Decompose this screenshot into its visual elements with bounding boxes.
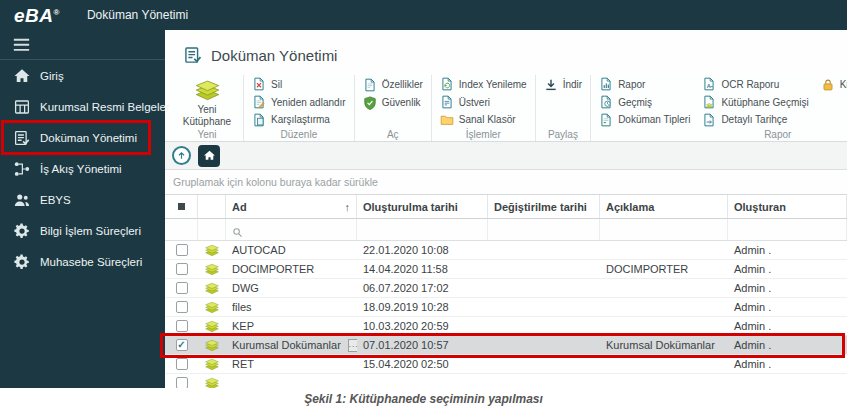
row-checkbox[interactable] xyxy=(176,339,188,351)
ribbon-button-detayli-tarihce[interactable]: Detaylı Tarihçe xyxy=(700,111,810,128)
ribbon-button-label: Doküman Tipleri xyxy=(618,114,690,125)
sidebar-item-label: Giriş xyxy=(40,70,64,82)
navigation-bar xyxy=(165,142,847,170)
cell-name: AUTOCAD xyxy=(226,244,357,256)
document-management-icon xyxy=(183,45,203,65)
name-filter-cell[interactable] xyxy=(226,219,357,240)
svg-text:A: A xyxy=(707,83,711,89)
row-checkbox[interactable] xyxy=(176,377,188,388)
row-checkbox[interactable] xyxy=(176,301,188,313)
ribbon-button-sanal-klasor[interactable]: Sanal Klasör xyxy=(438,111,529,128)
ribbon-button-label: Özellikler xyxy=(382,79,423,90)
detailed-history-icon xyxy=(702,113,716,127)
up-button[interactable] xyxy=(172,146,191,165)
sidebar-item-is-akis-yonetimi[interactable]: İş Akış Yönetimi xyxy=(0,153,165,184)
row-checkbox[interactable] xyxy=(176,244,188,256)
sidebar-item-ebys[interactable]: EBYS xyxy=(0,184,165,215)
ribbon-group-islemler: Index YenilemeÜstveriSanal Klasörİşlemle… xyxy=(432,75,536,141)
ribbon-button-label: Sanal Klasör xyxy=(459,114,516,125)
sidebar-item-kurumsal-resmi-belgeler[interactable]: Kurumsal Resmi Belgeler xyxy=(0,91,165,122)
library-stack-icon xyxy=(204,376,220,388)
row-more-button[interactable]: ... xyxy=(348,339,357,352)
main-content: Doküman Yönetimi Yeni KütüphaneYeniSilYe… xyxy=(165,30,847,388)
icon-column-header xyxy=(198,195,226,218)
ribbon-button-kutuphane-gecmisi[interactable]: Kütüphane Geçmişi xyxy=(700,94,810,111)
created-filter-cell[interactable] xyxy=(357,219,488,240)
ribbon-button-sil[interactable]: Sil xyxy=(250,76,348,93)
modified-filter-cell[interactable] xyxy=(488,219,600,240)
table-row-autocad[interactable]: AUTOCAD 22.01.2020 10:08 Admin . xyxy=(165,241,847,260)
rename-icon xyxy=(252,95,266,109)
sidebar-item-dokuman-yonetimi[interactable]: Doküman Yönetimi xyxy=(0,122,165,153)
ribbon-button-indir[interactable]: İndir xyxy=(542,76,584,93)
home-icon xyxy=(13,67,31,85)
sidebar-item-label: Bilgi İşlem Süreçleri xyxy=(40,225,141,237)
select-all-header[interactable] xyxy=(165,195,198,218)
row-checkbox[interactable] xyxy=(176,320,188,332)
ribbon-button-ocr-raporu[interactable]: AOCR Raporu xyxy=(700,76,810,93)
ribbon-button-dokuman-tipleri[interactable]: Doküman Tipleri xyxy=(597,111,692,128)
ribbon-button-rapor[interactable]: Rapor xyxy=(597,76,692,93)
cell-name: DWG xyxy=(226,282,357,294)
description-filter-cell[interactable] xyxy=(600,219,728,240)
cell-creator: Admin . xyxy=(728,339,847,351)
ribbon-button-label: Kütüphane Geçmişi xyxy=(721,97,808,108)
ribbon-button-kullanici-dm-yetki-raporu[interactable]: Kullanıcı-DM Yetki Raporu xyxy=(819,76,847,93)
library-name: files xyxy=(232,301,252,313)
ribbon-group-yeni: Yeni KütüphaneYeni xyxy=(171,75,244,141)
menu-toggle-button[interactable] xyxy=(0,30,165,60)
ribbon-button-yeniden-adlandir[interactable]: Yeniden adlandır xyxy=(250,94,348,111)
row-checkbox[interactable] xyxy=(176,263,188,275)
ribbon-button-index-yenileme[interactable]: Index Yenileme xyxy=(438,76,529,93)
ribbon-button-label: Güvenlik xyxy=(382,97,421,108)
sidebar-item-bilgi-islem-surecleri[interactable]: Bilgi İşlem Süreçleri xyxy=(0,215,165,246)
ribbon-button-label: Geçmiş xyxy=(618,97,652,108)
sidebar-item-giris[interactable]: Giriş xyxy=(0,60,165,91)
sidebar-item-muhasebe-surecleri[interactable]: Muhasebe Süreçleri xyxy=(0,246,165,277)
cell-created: 18.09.2019 10:28 xyxy=(357,301,488,313)
table-row-docimporter[interactable]: DOCIMPORTER 14.04.2020 11:58 DOCIMPORTER… xyxy=(165,260,847,279)
ribbon-button-label: Detaylı Tarihçe xyxy=(721,114,787,125)
table-row-kep[interactable]: KEP 10.03.2020 20:59 Admin . xyxy=(165,317,847,336)
row-checkbox[interactable] xyxy=(176,282,188,294)
table-row-partial[interactable] xyxy=(165,374,847,388)
library-stack-icon xyxy=(204,262,220,276)
ocr-report-icon: A xyxy=(702,77,716,91)
shield-icon xyxy=(363,96,377,110)
table-row-kurumsal-dokumanlar[interactable]: Kurumsal Dokümanlar... 07.01.2020 10:57 … xyxy=(165,336,847,355)
library-stack-icon xyxy=(204,281,220,295)
ribbon-button-karsilastirma[interactable]: Karşılaştırma xyxy=(250,111,348,128)
sidebar-item-label: Kurumsal Resmi Belgeler xyxy=(40,101,170,113)
column-header-degistirilme-tarihi[interactable]: Değiştirilme tarihi xyxy=(488,195,600,218)
ribbon-group-paylas: İndirPaylaş xyxy=(536,75,591,141)
report-icon xyxy=(599,77,613,91)
creator-filter-cell[interactable] xyxy=(728,219,847,240)
ribbon-button-gecmis[interactable]: Geçmiş xyxy=(597,94,692,111)
app-header: eBA® Doküman Yönetimi xyxy=(0,0,847,30)
ribbon-button-ozellikler[interactable]: Özellikler xyxy=(361,76,425,93)
table-row-files[interactable]: files 18.09.2019 10:28 Admin . xyxy=(165,298,847,317)
ribbon-group-duzenle: SilYeniden adlandırKarşılaştırmaDüzenle xyxy=(244,75,355,141)
ribbon-button-label: Üstveri xyxy=(459,97,490,108)
column-header-olusturulma-tarihi[interactable]: Oluşturulma tarihi xyxy=(357,195,488,218)
ribbon-button-label: Yeniden adlandır xyxy=(271,97,346,108)
corporate-docs-icon xyxy=(13,98,31,116)
column-header-olusturan[interactable]: Oluşturan xyxy=(728,195,847,218)
table-row-dwg[interactable]: DWG 06.07.2020 17:02 Admin . xyxy=(165,279,847,298)
ribbon-button-yeni-kutuphane[interactable]: Yeni Kütüphane xyxy=(177,76,237,127)
table-row-ret[interactable]: RET 15.04.2020 02:50 Admin . xyxy=(165,355,847,374)
workflow-icon xyxy=(13,160,31,178)
home-button[interactable] xyxy=(198,145,220,167)
lock-icon xyxy=(821,78,835,92)
ribbon-group-caption: Aç xyxy=(355,129,431,140)
cell-creator: Admin . xyxy=(728,263,847,275)
library-table: Ad↑Oluşturulma tarihiDeğiştirilme tarihi… xyxy=(165,194,847,388)
cell-created: 10.03.2020 20:59 xyxy=(357,320,488,332)
column-header-aciklama[interactable]: Açıklama xyxy=(600,195,728,218)
column-header-ad[interactable]: Ad↑ xyxy=(226,195,357,218)
gear-icon xyxy=(13,222,31,240)
ribbon-button-guvenlik[interactable]: Güvenlik xyxy=(361,94,425,111)
table-header: Ad↑Oluşturulma tarihiDeğiştirilme tarihi… xyxy=(165,194,847,219)
ribbon-button-ustveri[interactable]: Üstveri xyxy=(438,94,529,111)
row-checkbox[interactable] xyxy=(176,358,188,370)
